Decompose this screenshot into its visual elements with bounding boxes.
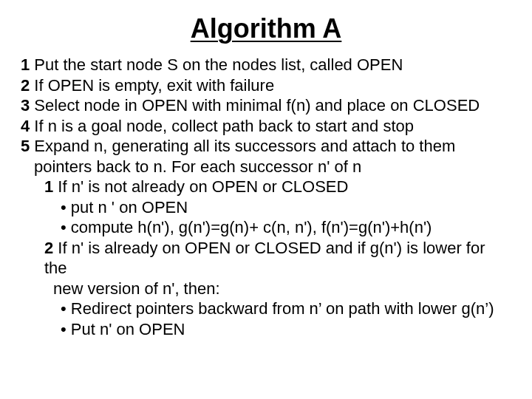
- step-5-2-cont: new version of n', then:: [21, 279, 511, 299]
- step-2-num: 2: [21, 76, 30, 95]
- step-5-2-bullet-2: Put n' on OPEN: [21, 319, 511, 340]
- step-1: 1 Put the start node S on the nodes list…: [21, 55, 511, 75]
- slide-title: Algorithm A: [21, 13, 511, 44]
- step-3-text: Select node in OPEN with minimal f(n) an…: [30, 96, 480, 115]
- step-5-2: 2 If n' is already on OPEN or CLOSED and…: [21, 238, 511, 279]
- step-1-text: Put the start node S on the nodes list, …: [30, 55, 403, 74]
- step-5-text: Expand n, generating all its successors …: [30, 137, 455, 155]
- step-5: 5 Expand n, generating all its successor…: [21, 136, 511, 157]
- step-4-text: If n is a goal node, collect path back t…: [30, 117, 414, 135]
- step-5-1-text: If n' is not already on OPEN or CLOSED: [53, 177, 348, 196]
- step-5-1-bullet-2: compute h(n'), g(n')=g(n)+ c(n, n'), f(n…: [21, 217, 511, 238]
- step-5-num: 5: [21, 137, 30, 155]
- step-3: 3 Select node in OPEN with minimal f(n) …: [21, 95, 511, 116]
- step-4-num: 4: [21, 117, 30, 135]
- step-5-cont: pointers back to n. For each successor n…: [21, 157, 511, 177]
- step-5-1: 1 If n' is not already on OPEN or CLOSED: [21, 177, 511, 197]
- step-1-num: 1: [21, 55, 30, 74]
- step-3-num: 3: [21, 96, 30, 115]
- slide: Algorithm A 1 Put the start node S on th…: [0, 0, 532, 399]
- algorithm-body: 1 Put the start node S on the nodes list…: [21, 55, 511, 339]
- step-5-1-num: 1: [44, 177, 53, 196]
- step-5-1-bullet-1: put n ' on OPEN: [21, 197, 511, 218]
- step-5-2-text: If n' is already on OPEN or CLOSED and i…: [44, 239, 485, 278]
- step-5-2-bullet-1: Redirect pointers backward from n’ on pa…: [21, 299, 511, 319]
- step-4: 4 If n is a goal node, collect path back…: [21, 116, 511, 137]
- step-5-2-num: 2: [44, 239, 53, 257]
- step-2: 2 If OPEN is empty, exit with failure: [21, 75, 511, 96]
- step-2-text: If OPEN is empty, exit with failure: [30, 76, 274, 95]
